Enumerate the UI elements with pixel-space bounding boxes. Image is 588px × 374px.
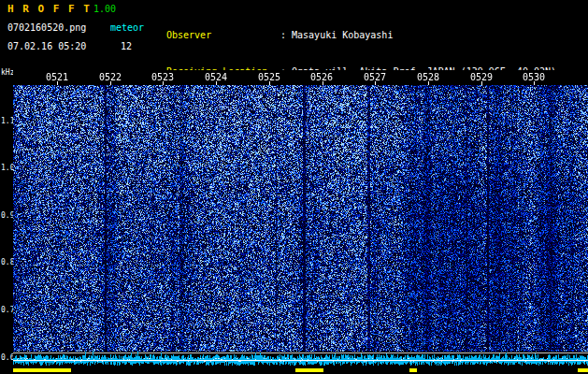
output-filename: 0702160520.png [7, 22, 86, 33]
time-label-0523: 0523 [151, 72, 174, 82]
observation-mode-label: meteor [110, 22, 144, 33]
spectrogram-plot: 0521 0522 0523 0524 0525 0526 0527 0528 … [13, 70, 588, 374]
observer-value: : Masayuki Kobayashi [280, 30, 393, 40]
app-title: H R O F F T [7, 3, 91, 15]
time-label-0527: 0527 [364, 72, 386, 82]
time-label-0524: 0524 [205, 72, 227, 82]
time-label-0521: 0521 [46, 72, 68, 82]
info-line-observer: Observer: Masayuki Kobayashi [166, 29, 588, 41]
time-label-0528: 0528 [417, 72, 439, 82]
time-label-0526: 0526 [310, 72, 333, 82]
time-label-0522: 0522 [99, 72, 122, 82]
observer-label: Observer [166, 29, 280, 41]
time-label-0525: 0525 [258, 72, 280, 82]
observation-datetime: 07.02.16 05:20 [7, 41, 86, 51]
hrofft-window: H R O F F T 1.00 0702160520.png meteor 0… [0, 0, 588, 374]
time-label-0529: 0529 [470, 72, 493, 82]
app-version: 1.00 [93, 4, 116, 14]
time-label-0530: 0530 [523, 72, 545, 82]
echo-count: 12 [121, 41, 132, 51]
spectrogram-canvas [13, 70, 588, 374]
